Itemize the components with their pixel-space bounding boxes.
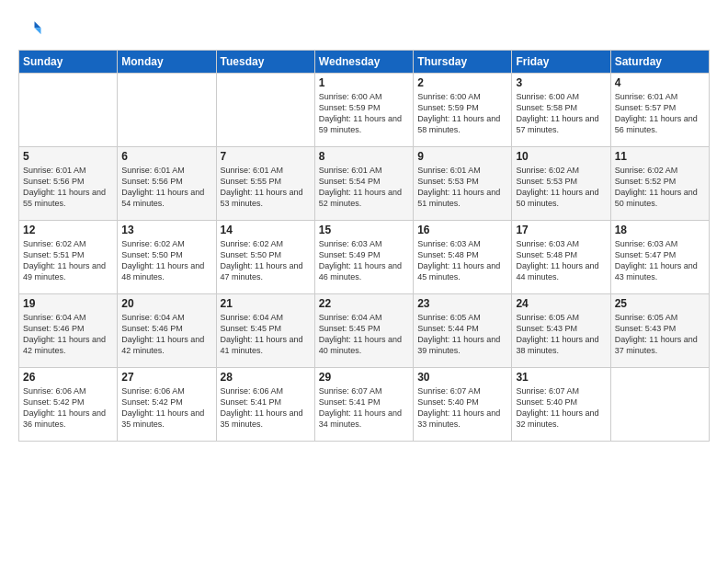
weekday-header: Friday bbox=[512, 51, 610, 74]
weekday-header: Sunday bbox=[19, 51, 118, 74]
day-info: Sunrise: 6:00 AMSunset: 5:58 PMDaylight:… bbox=[516, 91, 606, 136]
day-info: Sunrise: 6:01 AMSunset: 5:56 PMDaylight:… bbox=[121, 165, 211, 210]
svg-marker-0 bbox=[35, 21, 41, 28]
calendar-cell: 1Sunrise: 6:00 AMSunset: 5:59 PMDaylight… bbox=[314, 74, 413, 147]
day-info: Sunrise: 6:04 AMSunset: 5:45 PMDaylight:… bbox=[221, 312, 311, 357]
day-info: Sunrise: 6:06 AMSunset: 5:42 PMDaylight:… bbox=[121, 385, 211, 431]
day-info: Sunrise: 6:03 AMSunset: 5:48 PMDaylight:… bbox=[516, 238, 606, 283]
day-number: 7 bbox=[221, 150, 311, 163]
calendar-cell: 9Sunrise: 6:01 AMSunset: 5:53 PMDaylight… bbox=[414, 147, 512, 221]
day-info: Sunrise: 6:05 AMSunset: 5:43 PMDaylight:… bbox=[516, 312, 606, 357]
day-number: 1 bbox=[319, 76, 409, 89]
day-number: 31 bbox=[516, 371, 606, 384]
calendar-cell: 7Sunrise: 6:01 AMSunset: 5:55 PMDaylight… bbox=[216, 147, 314, 221]
calendar-cell bbox=[19, 74, 118, 147]
day-info: Sunrise: 6:07 AMSunset: 5:41 PMDaylight:… bbox=[319, 385, 409, 431]
calendar-cell: 3Sunrise: 6:00 AMSunset: 5:58 PMDaylight… bbox=[512, 74, 610, 147]
calendar-cell: 12Sunrise: 6:02 AMSunset: 5:51 PMDayligh… bbox=[19, 221, 118, 294]
calendar-cell: 16Sunrise: 6:03 AMSunset: 5:48 PMDayligh… bbox=[414, 221, 512, 294]
calendar-cell: 17Sunrise: 6:03 AMSunset: 5:48 PMDayligh… bbox=[512, 221, 610, 294]
day-number: 17 bbox=[516, 224, 606, 236]
day-info: Sunrise: 6:01 AMSunset: 5:55 PMDaylight:… bbox=[221, 165, 311, 210]
calendar-cell bbox=[118, 74, 216, 147]
logo bbox=[18, 17, 48, 42]
day-info: Sunrise: 6:05 AMSunset: 5:43 PMDaylight:… bbox=[615, 312, 705, 357]
logo-icon bbox=[18, 17, 44, 42]
page: SundayMondayTuesdayWednesdayThursdayFrid… bbox=[0, 0, 728, 563]
calendar-week-row: 12Sunrise: 6:02 AMSunset: 5:51 PMDayligh… bbox=[19, 221, 710, 294]
day-number: 20 bbox=[121, 297, 211, 310]
calendar-cell: 29Sunrise: 6:07 AMSunset: 5:41 PMDayligh… bbox=[314, 368, 413, 442]
calendar-cell: 31Sunrise: 6:07 AMSunset: 5:40 PMDayligh… bbox=[512, 368, 610, 442]
svg-marker-1 bbox=[35, 28, 41, 34]
calendar-cell: 18Sunrise: 6:03 AMSunset: 5:47 PMDayligh… bbox=[610, 221, 709, 294]
day-info: Sunrise: 6:02 AMSunset: 5:50 PMDaylight:… bbox=[121, 238, 211, 283]
calendar-cell: 11Sunrise: 6:02 AMSunset: 5:52 PMDayligh… bbox=[610, 147, 709, 221]
header bbox=[18, 17, 710, 42]
calendar-cell: 22Sunrise: 6:04 AMSunset: 5:45 PMDayligh… bbox=[314, 294, 413, 368]
weekday-header: Thursday bbox=[414, 51, 512, 74]
day-info: Sunrise: 6:02 AMSunset: 5:53 PMDaylight:… bbox=[516, 165, 606, 210]
weekday-header: Tuesday bbox=[216, 51, 314, 74]
calendar-cell: 30Sunrise: 6:07 AMSunset: 5:40 PMDayligh… bbox=[414, 368, 512, 442]
calendar-cell: 19Sunrise: 6:04 AMSunset: 5:46 PMDayligh… bbox=[19, 294, 118, 368]
day-info: Sunrise: 6:04 AMSunset: 5:46 PMDaylight:… bbox=[121, 312, 211, 357]
day-info: Sunrise: 6:02 AMSunset: 5:51 PMDaylight:… bbox=[23, 238, 113, 283]
day-info: Sunrise: 6:03 AMSunset: 5:49 PMDaylight:… bbox=[319, 238, 409, 283]
day-info: Sunrise: 6:01 AMSunset: 5:57 PMDaylight:… bbox=[615, 91, 705, 136]
day-info: Sunrise: 6:02 AMSunset: 5:52 PMDaylight:… bbox=[615, 165, 705, 210]
calendar-cell: 21Sunrise: 6:04 AMSunset: 5:45 PMDayligh… bbox=[216, 294, 314, 368]
day-number: 4 bbox=[615, 76, 705, 89]
calendar-cell: 6Sunrise: 6:01 AMSunset: 5:56 PMDaylight… bbox=[118, 147, 216, 221]
calendar: SundayMondayTuesdayWednesdayThursdayFrid… bbox=[18, 50, 710, 442]
day-number: 27 bbox=[121, 371, 211, 384]
day-info: Sunrise: 6:05 AMSunset: 5:44 PMDaylight:… bbox=[417, 312, 507, 357]
day-number: 12 bbox=[23, 224, 113, 236]
day-number: 9 bbox=[417, 150, 507, 163]
calendar-header-row: SundayMondayTuesdayWednesdayThursdayFrid… bbox=[19, 51, 710, 74]
calendar-week-row: 26Sunrise: 6:06 AMSunset: 5:42 PMDayligh… bbox=[19, 368, 710, 442]
calendar-cell: 10Sunrise: 6:02 AMSunset: 5:53 PMDayligh… bbox=[512, 147, 610, 221]
day-number: 29 bbox=[319, 371, 409, 384]
day-info: Sunrise: 6:00 AMSunset: 5:59 PMDaylight:… bbox=[319, 91, 409, 136]
day-info: Sunrise: 6:06 AMSunset: 5:41 PMDaylight:… bbox=[221, 385, 311, 431]
calendar-week-row: 1Sunrise: 6:00 AMSunset: 5:59 PMDaylight… bbox=[19, 74, 710, 147]
calendar-cell: 24Sunrise: 6:05 AMSunset: 5:43 PMDayligh… bbox=[512, 294, 610, 368]
day-number: 22 bbox=[319, 297, 409, 310]
day-info: Sunrise: 6:00 AMSunset: 5:59 PMDaylight:… bbox=[417, 91, 507, 136]
day-number: 23 bbox=[417, 297, 507, 310]
weekday-header: Saturday bbox=[610, 51, 709, 74]
day-number: 24 bbox=[516, 297, 606, 310]
day-number: 19 bbox=[23, 297, 113, 310]
day-number: 14 bbox=[221, 224, 311, 236]
day-number: 11 bbox=[615, 150, 705, 163]
day-number: 15 bbox=[319, 224, 409, 236]
day-number: 30 bbox=[417, 371, 507, 384]
day-info: Sunrise: 6:06 AMSunset: 5:42 PMDaylight:… bbox=[23, 385, 113, 431]
calendar-cell: 13Sunrise: 6:02 AMSunset: 5:50 PMDayligh… bbox=[118, 221, 216, 294]
day-info: Sunrise: 6:02 AMSunset: 5:50 PMDaylight:… bbox=[221, 238, 311, 283]
calendar-week-row: 5Sunrise: 6:01 AMSunset: 5:56 PMDaylight… bbox=[19, 147, 710, 221]
day-number: 25 bbox=[615, 297, 705, 310]
calendar-cell bbox=[216, 74, 314, 147]
calendar-cell: 27Sunrise: 6:06 AMSunset: 5:42 PMDayligh… bbox=[118, 368, 216, 442]
day-number: 13 bbox=[121, 224, 211, 236]
day-number: 3 bbox=[516, 76, 606, 89]
day-info: Sunrise: 6:03 AMSunset: 5:48 PMDaylight:… bbox=[417, 238, 507, 283]
calendar-cell: 8Sunrise: 6:01 AMSunset: 5:54 PMDaylight… bbox=[314, 147, 413, 221]
calendar-cell: 28Sunrise: 6:06 AMSunset: 5:41 PMDayligh… bbox=[216, 368, 314, 442]
calendar-cell: 2Sunrise: 6:00 AMSunset: 5:59 PMDaylight… bbox=[414, 74, 512, 147]
day-info: Sunrise: 6:01 AMSunset: 5:56 PMDaylight:… bbox=[23, 165, 113, 210]
calendar-cell bbox=[610, 368, 709, 442]
calendar-cell: 26Sunrise: 6:06 AMSunset: 5:42 PMDayligh… bbox=[19, 368, 118, 442]
weekday-header: Monday bbox=[118, 51, 216, 74]
calendar-cell: 23Sunrise: 6:05 AMSunset: 5:44 PMDayligh… bbox=[414, 294, 512, 368]
calendar-cell: 14Sunrise: 6:02 AMSunset: 5:50 PMDayligh… bbox=[216, 221, 314, 294]
day-number: 21 bbox=[221, 297, 311, 310]
day-info: Sunrise: 6:01 AMSunset: 5:53 PMDaylight:… bbox=[417, 165, 507, 210]
day-number: 18 bbox=[615, 224, 705, 236]
day-number: 2 bbox=[417, 76, 507, 89]
calendar-cell: 20Sunrise: 6:04 AMSunset: 5:46 PMDayligh… bbox=[118, 294, 216, 368]
day-info: Sunrise: 6:01 AMSunset: 5:54 PMDaylight:… bbox=[319, 165, 409, 210]
day-number: 6 bbox=[121, 150, 211, 163]
